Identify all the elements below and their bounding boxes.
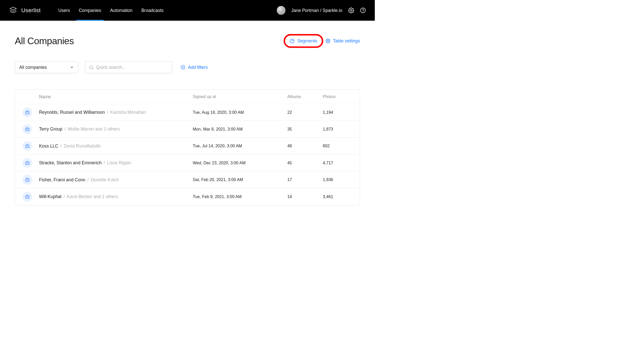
logo-icon (9, 6, 18, 15)
briefcase-icon (25, 178, 29, 182)
cell-albums: 17 (287, 177, 323, 182)
separator: / (60, 143, 62, 149)
table-header-row: Name Signed up at Albums Photos (15, 90, 360, 104)
table-row[interactable]: Fisher, Frami and Conn / Donette Kutch S… (15, 171, 360, 188)
segment-select[interactable]: All companies (15, 61, 78, 73)
cell-albums: 22 (287, 110, 323, 115)
search-box[interactable] (85, 61, 172, 73)
company-contact: Kanisha Monahan (110, 110, 146, 115)
gear-icon (348, 7, 354, 13)
nav-companies[interactable]: Companies (79, 0, 101, 21)
topbar-right: Jane Portman / Sparkle.io (277, 6, 366, 15)
add-filters-button[interactable]: Add filters (181, 65, 208, 70)
table-row[interactable]: Stracke, Stanton and Emmerich / Lissa Ri… (15, 155, 360, 171)
company-badge (22, 192, 32, 201)
svg-point-0 (350, 10, 352, 11)
plus-circle-icon (181, 65, 185, 70)
logo[interactable]: Userlist (9, 6, 41, 15)
cell-albums: 35 (287, 127, 323, 132)
companies-table: Name Signed up at Albums Photos Reynolds… (15, 90, 360, 205)
briefcase-icon (25, 144, 29, 148)
briefcase-icon (25, 195, 29, 199)
svg-rect-11 (25, 145, 29, 148)
cell-signed: Tue, Jul 14, 2020, 3:00 AM (193, 144, 287, 149)
company-name: Reynolds, Russel and Williamson (39, 110, 105, 115)
separator: / (87, 177, 89, 182)
page-head: All Companies Segments Table settings (15, 36, 360, 46)
col-header-photos[interactable]: Photos (323, 94, 352, 99)
search-input[interactable] (96, 65, 168, 70)
add-filters-label: Add filters (188, 65, 208, 70)
cell-signed: Sat, Feb 20, 2021, 3:00 AM (193, 177, 287, 182)
table-row[interactable]: Reynolds, Russel and Williamson / Kanish… (15, 104, 360, 121)
user-label[interactable]: Jane Portman / Sparkle.io (291, 8, 342, 13)
table-settings-label: Table settings (333, 38, 360, 43)
cell-photos: 1,873 (323, 127, 352, 132)
col-header-albums[interactable]: Albums (287, 94, 323, 99)
segments-button[interactable]: Segments (289, 38, 317, 43)
company-badge (22, 124, 32, 134)
svg-rect-14 (25, 196, 29, 198)
main-nav: Users Companies Automation Broadcasts (58, 0, 164, 21)
help-icon (360, 7, 366, 13)
segments-wrap: Segments (289, 38, 317, 43)
page-title: All Companies (15, 36, 74, 46)
brand-name: Userlist (21, 7, 41, 13)
cell-albums: 45 (287, 161, 323, 165)
separator: / (104, 160, 105, 165)
cell-signed: Tue, Aug 18, 2020, 3:00 AM (193, 110, 287, 115)
cell-photos: 3,461 (323, 194, 352, 199)
svg-point-4 (89, 66, 92, 69)
cell-photos: 1,936 (323, 177, 352, 182)
col-header-signed[interactable]: Signed up at (193, 94, 287, 99)
help-button[interactable] (360, 7, 366, 13)
svg-rect-13 (25, 179, 29, 181)
svg-line-5 (92, 68, 93, 69)
separator: / (107, 110, 108, 115)
svg-rect-9 (25, 111, 29, 114)
search-icon (89, 65, 94, 70)
company-contact: Lissa Rippin (107, 160, 131, 165)
company-name: Koss LLC (39, 143, 58, 149)
svg-point-3 (327, 40, 329, 42)
nav-automation[interactable]: Automation (110, 0, 132, 21)
svg-rect-12 (25, 162, 29, 165)
settings-button[interactable] (348, 7, 354, 13)
company-name: Stracke, Stanton and Emmerich (39, 160, 102, 165)
briefcase-icon (25, 110, 29, 115)
cell-albums: 48 (287, 144, 323, 149)
svg-point-2 (363, 11, 363, 12)
table-row[interactable]: Koss LLC / Zenia Runolfsdottir Tue, Jul … (15, 138, 360, 154)
separator: / (65, 127, 66, 132)
main: All Companies Segments Table settings (0, 21, 375, 205)
company-contact: Karol Becker and 1 others (67, 194, 118, 199)
col-header-name[interactable]: Name (39, 94, 193, 99)
segments-label: Segments (297, 38, 317, 43)
chevron-down-icon (70, 65, 74, 69)
table-row[interactable]: Will-Kuphal / Karol Becker and 1 others … (15, 188, 360, 205)
cell-photos: 802 (323, 144, 352, 149)
cell-albums: 14 (287, 194, 323, 199)
company-badge (22, 107, 32, 117)
nav-users[interactable]: Users (58, 0, 70, 21)
pie-chart-icon (289, 38, 295, 43)
cell-signed: Tue, Feb 9, 2021, 3:00 AM (193, 194, 287, 199)
company-name: Terry Group (39, 127, 62, 132)
topbar: Userlist Users Companies Automation Broa… (0, 0, 375, 21)
page-actions: Segments Table settings (289, 38, 360, 43)
nav-broadcasts[interactable]: Broadcasts (141, 0, 164, 21)
cell-photos: 4,717 (323, 161, 352, 165)
gear-icon (326, 39, 330, 43)
company-name: Will-Kuphal (39, 194, 61, 199)
table-settings-button[interactable]: Table settings (326, 38, 360, 43)
company-badge (22, 175, 32, 185)
filters-row: All companies Add filters (15, 61, 360, 73)
briefcase-icon (25, 161, 29, 165)
avatar[interactable] (277, 6, 285, 15)
company-contact: Zenia Runolfsdottir (64, 143, 101, 149)
company-badge (22, 141, 32, 151)
cell-signed: Mon, Mar 8, 2021, 3:00 AM (193, 127, 287, 132)
cell-signed: Wed, Dec 23, 2020, 3:00 AM (193, 161, 287, 165)
table-row[interactable]: Terry Group / Mollie Marvin and 1 others… (15, 121, 360, 138)
cell-photos: 1,194 (323, 110, 352, 115)
